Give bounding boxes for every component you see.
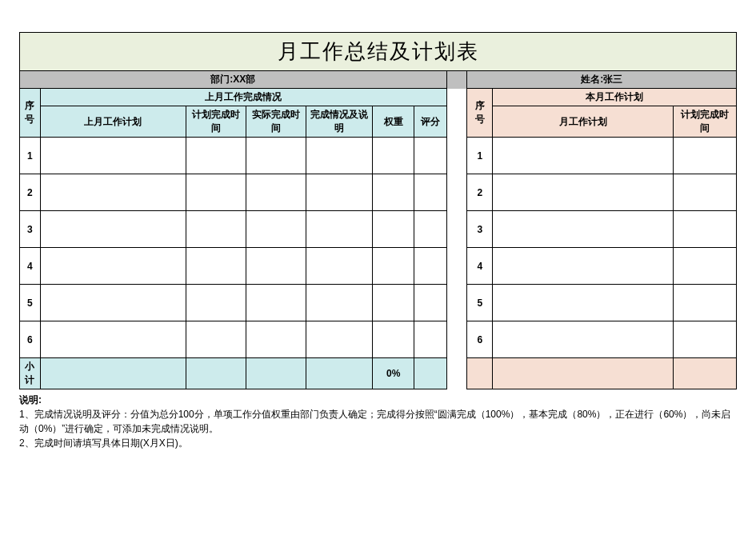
cell-plan-time[interactable] bbox=[186, 174, 246, 211]
row-idx-right: 6 bbox=[467, 321, 493, 358]
cell-plan-time[interactable] bbox=[186, 248, 246, 285]
cell-score[interactable] bbox=[414, 321, 446, 358]
dept-meta: 部门:XX部 bbox=[20, 71, 447, 89]
hdr-month-plan: 月工作计划 bbox=[493, 106, 673, 138]
cell-plan-time[interactable] bbox=[186, 285, 246, 321]
hdr-score: 评分 bbox=[414, 106, 446, 138]
hdr-section-right: 本月工作计划 bbox=[493, 89, 737, 106]
row-idx-left: 6 bbox=[20, 321, 41, 358]
cell-actual-time[interactable] bbox=[246, 138, 306, 174]
cell-last-plan[interactable] bbox=[40, 138, 186, 174]
cell-plan-time[interactable] bbox=[186, 211, 246, 248]
cell-score[interactable] bbox=[414, 174, 446, 211]
hdr-done-desc: 完成情况及说明 bbox=[306, 106, 373, 138]
work-summary-table: 月工作总结及计划表 部门:XX部 姓名:张三 序号 上月工作完成情况 序号 本月… bbox=[19, 32, 737, 389]
cell-actual-time[interactable] bbox=[246, 211, 306, 248]
cell-weight[interactable] bbox=[373, 174, 414, 211]
hdr-weight: 权重 bbox=[373, 106, 414, 138]
cell-last-plan[interactable] bbox=[40, 211, 186, 248]
cell-plan-time[interactable] bbox=[186, 321, 246, 358]
hdr-last-plan: 上月工作计划 bbox=[40, 106, 186, 138]
cell-plan-time-2[interactable] bbox=[673, 285, 736, 321]
row-idx-left: 5 bbox=[20, 285, 41, 321]
cell-actual-time[interactable] bbox=[246, 174, 306, 211]
cell-score[interactable] bbox=[414, 138, 446, 174]
subtotal-label-left: 小计 bbox=[20, 358, 41, 389]
cell-plan-time-2[interactable] bbox=[673, 248, 736, 285]
notes-title: 说明: bbox=[19, 393, 737, 407]
notes-line: 1、完成情况说明及评分：分值为总分100分，单项工作分值权重由部门负责人确定；完… bbox=[19, 407, 737, 436]
cell-done-desc[interactable] bbox=[306, 174, 373, 211]
row-idx-left: 4 bbox=[20, 248, 41, 285]
cell-month-plan[interactable] bbox=[493, 321, 673, 358]
hdr-plan-time-2: 计划完成时间 bbox=[673, 106, 736, 138]
cell-weight[interactable] bbox=[373, 285, 414, 321]
row-idx-right: 5 bbox=[467, 285, 493, 321]
cell-month-plan[interactable] bbox=[493, 174, 673, 211]
row-idx-right: 2 bbox=[467, 174, 493, 211]
row-idx-left: 2 bbox=[20, 174, 41, 211]
cell-done-desc[interactable] bbox=[306, 321, 373, 358]
cell-plan-time-2[interactable] bbox=[673, 321, 736, 358]
cell-last-plan[interactable] bbox=[40, 321, 186, 358]
cell-month-plan[interactable] bbox=[493, 285, 673, 321]
cell-score[interactable] bbox=[414, 285, 446, 321]
cell-done-desc[interactable] bbox=[306, 248, 373, 285]
hdr-section-left: 上月工作完成情况 bbox=[40, 89, 446, 106]
notes-block: 说明: 1、完成情况说明及评分：分值为总分100分，单项工作分值权重由部门负责人… bbox=[19, 389, 737, 450]
page-title: 月工作总结及计划表 bbox=[20, 33, 737, 71]
cell-plan-time-2[interactable] bbox=[673, 138, 736, 174]
name-meta: 姓名:张三 bbox=[467, 71, 737, 89]
cell-last-plan[interactable] bbox=[40, 248, 186, 285]
cell-weight[interactable] bbox=[373, 248, 414, 285]
cell-plan-time[interactable] bbox=[186, 138, 246, 174]
row-idx-right: 3 bbox=[467, 211, 493, 248]
hdr-actual-time: 实际完成时间 bbox=[246, 106, 306, 138]
cell-actual-time[interactable] bbox=[246, 321, 306, 358]
row-idx-right: 4 bbox=[467, 248, 493, 285]
cell-done-desc[interactable] bbox=[306, 285, 373, 321]
row-idx-left: 1 bbox=[20, 138, 41, 174]
cell-weight[interactable] bbox=[373, 211, 414, 248]
cell-actual-time[interactable] bbox=[246, 285, 306, 321]
cell-plan-time-2[interactable] bbox=[673, 174, 736, 211]
row-idx-right: 1 bbox=[467, 138, 493, 174]
cell-month-plan[interactable] bbox=[493, 248, 673, 285]
cell-score[interactable] bbox=[414, 248, 446, 285]
cell-month-plan[interactable] bbox=[493, 211, 673, 248]
cell-done-desc[interactable] bbox=[306, 211, 373, 248]
cell-plan-time-2[interactable] bbox=[673, 211, 736, 248]
cell-weight[interactable] bbox=[373, 138, 414, 174]
cell-last-plan[interactable] bbox=[40, 174, 186, 211]
subtotal-weight: 0% bbox=[373, 358, 414, 389]
cell-last-plan[interactable] bbox=[40, 285, 186, 321]
cell-month-plan[interactable] bbox=[493, 138, 673, 174]
cell-score[interactable] bbox=[414, 211, 446, 248]
cell-done-desc[interactable] bbox=[306, 138, 373, 174]
cell-actual-time[interactable] bbox=[246, 248, 306, 285]
notes-line: 2、完成时间请填写具体日期(X月X日)。 bbox=[19, 436, 737, 450]
row-idx-left: 3 bbox=[20, 211, 41, 248]
hdr-index-right: 序号 bbox=[467, 89, 493, 138]
hdr-plan-time: 计划完成时间 bbox=[186, 106, 246, 138]
hdr-index-left: 序号 bbox=[20, 89, 41, 138]
cell-weight[interactable] bbox=[373, 321, 414, 358]
